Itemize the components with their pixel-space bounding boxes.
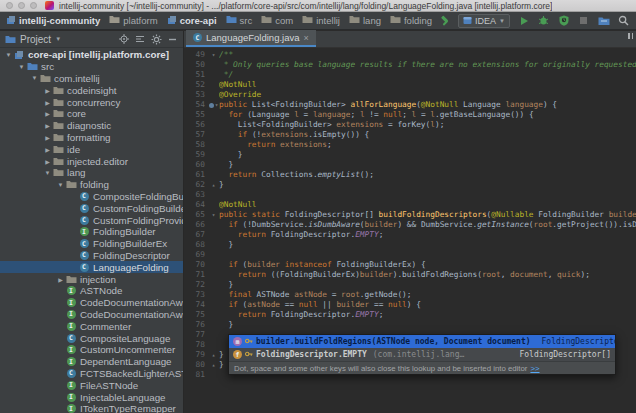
code-line[interactable]: 49▾/** [184,50,636,60]
line-number[interactable]: 50 [184,60,208,70]
fold-marker-icon[interactable]: ▴ [212,350,216,360]
code-line[interactable]: 71 return ((FoldingBuilderEx)builder).bu… [184,270,636,280]
line-number[interactable]: 69 [184,250,208,260]
tree-item-languagefolding[interactable]: CLanguageFolding [0,261,183,273]
code-line[interactable]: 66 if (!DumbService.isDumbAware(builder)… [184,220,636,230]
project-panel-title[interactable]: Project [20,34,51,45]
tab-languagefolding-java[interactable]: C LanguageFolding.java × [186,30,316,47]
completion-item[interactable]: mbuilder.buildFoldRegions(ASTNode node, … [229,335,615,348]
code-line[interactable]: 63 [184,190,636,200]
search-icon[interactable] [617,14,630,27]
tree-item-dependentlanguage[interactable]: IDependentLanguage [0,356,183,368]
line-number[interactable]: 64 [184,200,208,210]
code-line[interactable]: 55 for (Language l = language; l != null… [184,110,636,120]
completion-hint-link[interactable]: >> [530,364,539,373]
code-line[interactable]: 68 } [184,240,636,250]
code-line[interactable]: 76 } [184,320,636,330]
line-number[interactable]: 67 [184,230,208,240]
line-number[interactable]: 57 [184,130,208,140]
line-number[interactable]: 62 [184,180,208,190]
line-number[interactable]: 73 [184,290,208,300]
tree-item-fctsbackedlighterast[interactable]: CFCTSBackedLighterAST [0,368,183,380]
code-line[interactable]: 67 return FoldingDescriptor.EMPTY; [184,230,636,240]
line-number[interactable]: 59 [184,150,208,160]
tree-item-diagnostic[interactable]: ▶diagnostic [0,120,183,132]
line-number[interactable]: 68 [184,240,208,250]
chevron-right-icon[interactable]: ▶ [43,158,52,165]
line-number[interactable]: 58 [184,140,208,150]
line-number[interactable]: 79 [184,350,208,360]
tree-item-foldingbuilder[interactable]: IFoldingBuilder [0,226,183,238]
coverage-icon[interactable] [557,14,570,27]
code-line[interactable]: 75 return FoldingDescriptor.EMPTY; [184,310,636,320]
line-number[interactable]: 56 [184,120,208,130]
tree-item-compositelanguage[interactable]: CCompositeLanguage [0,332,183,344]
line-number[interactable]: 66 [184,220,208,230]
tree-item-concurrency[interactable]: ▶concurrency [0,96,183,108]
tree-item-customfoldingprovider[interactable]: CCustomFoldingProvider [0,214,183,226]
code-line[interactable]: 61 return Collections.emptyList(); [184,170,636,180]
breadcrumb-item[interactable]: src [226,15,253,26]
line-number[interactable]: 80 [184,360,208,370]
line-number[interactable]: 78 [184,340,208,350]
locate-icon[interactable] [118,33,130,45]
code-line[interactable]: 72 } [184,280,636,290]
tree-item-foldingbuilderex[interactable]: CFoldingBuilderEx [0,238,183,250]
completion-item[interactable]: fFoldingDescriptor.EMPTY(com.intellij.la… [229,348,615,361]
run-icon[interactable] [517,14,530,27]
settings-icon[interactable] [150,33,162,45]
chevron-down-icon[interactable]: ▼ [43,170,52,176]
fold-marker-icon[interactable]: ▾ [212,210,216,220]
tree-item-codedocumentationawareco[interactable]: ICodeDocumentationAwareCo [0,297,183,309]
code-line[interactable]: 60 } [184,160,636,170]
breadcrumb-item[interactable]: core-api [167,15,217,27]
line-number[interactable]: 75 [184,310,208,320]
line-number[interactable]: 77 [184,330,208,340]
code-line[interactable]: 69 [184,250,636,260]
line-number[interactable]: 53 [184,90,208,100]
chevron-down-icon[interactable]: ▼ [17,64,26,70]
chevron-right-icon[interactable]: ▶ [43,87,52,94]
collapse-all-icon[interactable] [134,33,146,45]
code-line[interactable]: 62▴} [184,180,636,190]
tree-item-codeinsight[interactable]: ▶codeinsight [0,84,183,96]
code-line[interactable]: 58 return extensions; [184,140,636,150]
minimize-window-button[interactable] [18,2,25,9]
fold-marker-icon[interactable]: ▾ [212,50,216,60]
breadcrumb-item[interactable]: com [261,15,293,26]
close-window-button[interactable] [6,2,13,9]
tree-item-core[interactable]: ▶core [0,108,183,120]
line-number[interactable]: 71 [184,270,208,280]
toolwindow-icon[interactable] [597,14,610,27]
code-line[interactable]: 64@NotNull [184,200,636,210]
tree-item-commenter[interactable]: ICommenter [0,320,183,332]
tree-item-astnode[interactable]: IASTNode [0,285,183,297]
tree-item-itokentyperemapper[interactable]: IITokenTypeRemapper [0,403,183,413]
chevron-right-icon[interactable]: ▶ [43,99,52,106]
line-number[interactable]: 65 [184,210,208,220]
tree-item-injectablelanguage[interactable]: IInjectableLanguage [0,391,183,403]
tree-item-injection[interactable]: ▶injection [0,273,183,285]
line-number[interactable]: 51 [184,70,208,80]
override-marker-icon[interactable] [209,103,214,108]
tree-item-lang[interactable]: ▼lang [0,167,183,179]
chevron-right-icon[interactable]: ▶ [43,146,52,153]
fold-marker-icon[interactable]: ▴ [212,180,216,190]
tree-item-core-api-intellij-platform-core[interactable]: ▼core-api [intellij.platform.core] [0,49,183,61]
tree-item-injected-editor[interactable]: ▶injected.editor [0,155,183,167]
chevron-down-icon[interactable]: ▼ [55,36,61,42]
fold-marker-icon[interactable]: ▾ [215,100,219,110]
breadcrumb-item[interactable]: folding [390,15,432,26]
close-icon[interactable]: × [304,33,309,43]
chevron-right-icon[interactable]: ▶ [43,110,52,117]
code-line[interactable]: 56 List<FoldingBuilder> extensions = for… [184,120,636,130]
code-line[interactable]: 57 if (!extensions.isEmpty()) { [184,130,636,140]
stop-icon[interactable] [577,14,590,27]
code-line[interactable]: 74 if (astNode == null || builder == nul… [184,300,636,310]
line-number[interactable]: 52 [184,80,208,90]
fold-marker-icon[interactable]: ▴ [212,360,216,370]
tree-item-foldingdescriptor[interactable]: CFoldingDescriptor [0,250,183,262]
code-line[interactable]: 54▾public List<FoldingBuilder> allForLan… [184,100,636,110]
hide-icon[interactable] [166,33,178,45]
tree-item-folding[interactable]: ▼folding [0,179,183,191]
